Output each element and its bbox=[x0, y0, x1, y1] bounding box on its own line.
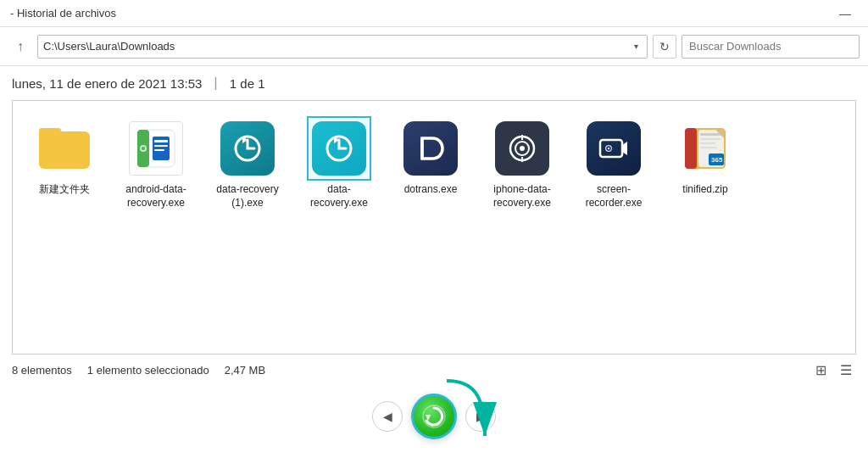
file-label: data-recovery (1).exe bbox=[209, 183, 286, 209]
up-arrow-icon: ↑ bbox=[17, 39, 24, 54]
info-divider: | bbox=[214, 75, 217, 92]
list-item[interactable]: 新建文件夹 bbox=[26, 118, 103, 209]
svg-point-13 bbox=[520, 146, 525, 151]
data-recovery-selected-icon bbox=[312, 121, 366, 176]
list-item[interactable]: android-data-recovery.exe bbox=[118, 118, 194, 209]
selected-count: 1 elemento seleccionado bbox=[87, 364, 209, 377]
dotrans-icon-wrap bbox=[400, 118, 461, 179]
screen-recorder-app-icon bbox=[587, 121, 641, 176]
file-label: tinified.zip bbox=[682, 183, 727, 197]
svg-rect-25 bbox=[700, 142, 715, 144]
file-size: 2,47 MB bbox=[225, 364, 265, 377]
list-item[interactable]: data-recovery (1).exe bbox=[209, 118, 286, 209]
folder-icon-wrap bbox=[34, 118, 95, 179]
dotrans-icon bbox=[414, 131, 448, 165]
svg-rect-26 bbox=[700, 147, 717, 148]
svg-text:365: 365 bbox=[711, 156, 723, 164]
view-controls: ⊞ ☰ bbox=[810, 361, 856, 378]
file-label: screen-recorder.exe bbox=[576, 183, 652, 209]
iphone-icon-wrap bbox=[492, 118, 553, 179]
zip-app-icon: 365 bbox=[678, 121, 732, 176]
dotrans-app-icon bbox=[403, 121, 458, 176]
list-item[interactable]: dotrans.exe bbox=[392, 118, 469, 209]
list-item[interactable]: data-recovery.exe bbox=[301, 118, 377, 209]
file-label: iphone-data-recovery.exe bbox=[484, 183, 560, 209]
refresh-icon: ↻ bbox=[659, 40, 670, 53]
file-label: 新建文件夹 bbox=[39, 183, 90, 197]
android-app-icon bbox=[129, 121, 183, 176]
address-dropdown-button[interactable]: ▾ bbox=[631, 42, 642, 51]
tinified-icon: 365 bbox=[678, 121, 732, 176]
list-view-button[interactable]: ☰ bbox=[836, 361, 856, 378]
zip-icon-wrap: 365 bbox=[675, 118, 736, 179]
list-item[interactable]: iphone-data-recovery.exe bbox=[484, 118, 560, 209]
iphone-recovery-icon bbox=[505, 131, 539, 165]
search-input[interactable] bbox=[682, 35, 860, 59]
list-item[interactable]: screen-recorder.exe bbox=[576, 118, 652, 209]
svg-rect-6 bbox=[154, 149, 164, 151]
refresh-button[interactable]: ↻ bbox=[653, 35, 676, 59]
nav-controls: ◀ ▶ bbox=[0, 385, 868, 451]
svg-point-18 bbox=[605, 145, 612, 152]
teal-app-icon bbox=[220, 121, 275, 176]
svg-point-8 bbox=[142, 147, 145, 150]
nav-up-button[interactable]: ↑ bbox=[8, 35, 32, 59]
svg-rect-24 bbox=[700, 138, 721, 140]
file-label: data-recovery.exe bbox=[301, 183, 377, 209]
screen-recorder-icon bbox=[597, 131, 631, 165]
data-recovery-icon bbox=[231, 131, 264, 165]
address-input[interactable] bbox=[43, 40, 631, 53]
address-input-wrap: ▾ bbox=[37, 35, 648, 59]
svg-rect-23 bbox=[700, 133, 721, 136]
teal-icon-wrap bbox=[217, 118, 278, 179]
close-button[interactable]: — bbox=[832, 5, 858, 22]
screen-recorder-icon-wrap bbox=[583, 118, 644, 179]
svg-rect-21 bbox=[685, 128, 697, 169]
item-count: 8 elementos bbox=[12, 364, 72, 377]
file-label: android-data-recovery.exe bbox=[118, 183, 194, 209]
date-label: lunes, 11 de enero de 2021 13:53 bbox=[12, 76, 202, 91]
app-title: - Historial de archivos bbox=[10, 7, 832, 20]
iphone-app-icon bbox=[495, 121, 549, 176]
files-area: 新建文件夹 bbox=[12, 100, 856, 355]
prev-icon: ◀ bbox=[383, 410, 392, 423]
svg-rect-4 bbox=[154, 140, 168, 142]
file-label: dotrans.exe bbox=[404, 183, 458, 197]
page-info: 1 de 1 bbox=[230, 76, 265, 91]
android-icon-wrap bbox=[125, 118, 186, 179]
arrow-annotation bbox=[438, 377, 506, 449]
info-bar: lunes, 11 de enero de 2021 13:53 | 1 de … bbox=[0, 66, 868, 100]
list-item[interactable]: 365 tinified.zip bbox=[667, 118, 743, 209]
address-bar: ↑ ▾ ↻ bbox=[0, 27, 868, 66]
status-bar: 8 elementos 1 elemento seleccionado 2,47… bbox=[0, 355, 868, 385]
folder-icon bbox=[39, 128, 90, 169]
prev-button[interactable]: ◀ bbox=[372, 401, 403, 432]
selected-icon-wrap bbox=[309, 118, 370, 179]
grid-view-button[interactable]: ⊞ bbox=[810, 361, 831, 378]
android-icon bbox=[136, 128, 176, 169]
data-recovery-icon-2 bbox=[322, 131, 356, 165]
title-bar: - Historial de archivos — bbox=[0, 0, 868, 27]
svg-rect-5 bbox=[154, 145, 168, 147]
